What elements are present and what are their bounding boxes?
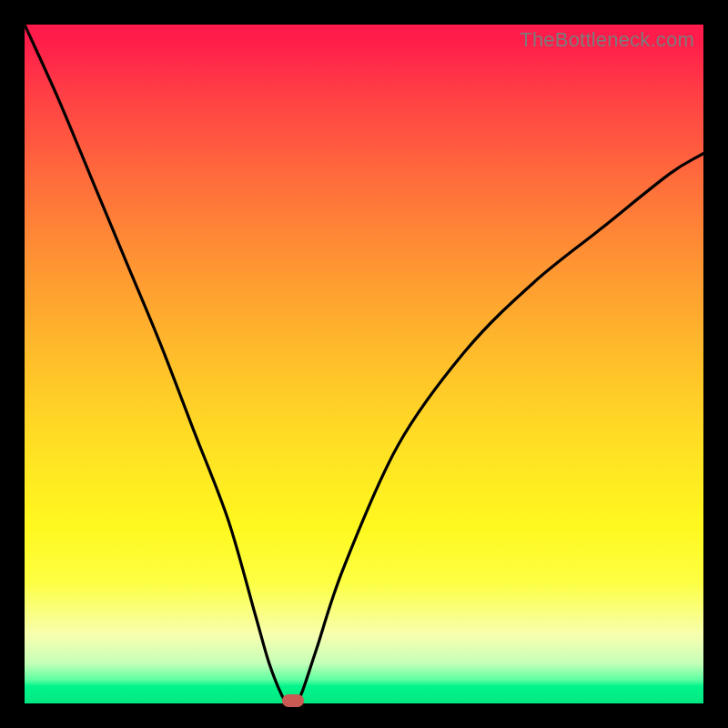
plot-area: TheBottleneck.com xyxy=(25,25,703,703)
bottleneck-curve xyxy=(25,25,703,703)
optimal-point-marker xyxy=(282,694,304,707)
chart-frame: TheBottleneck.com xyxy=(0,0,728,728)
